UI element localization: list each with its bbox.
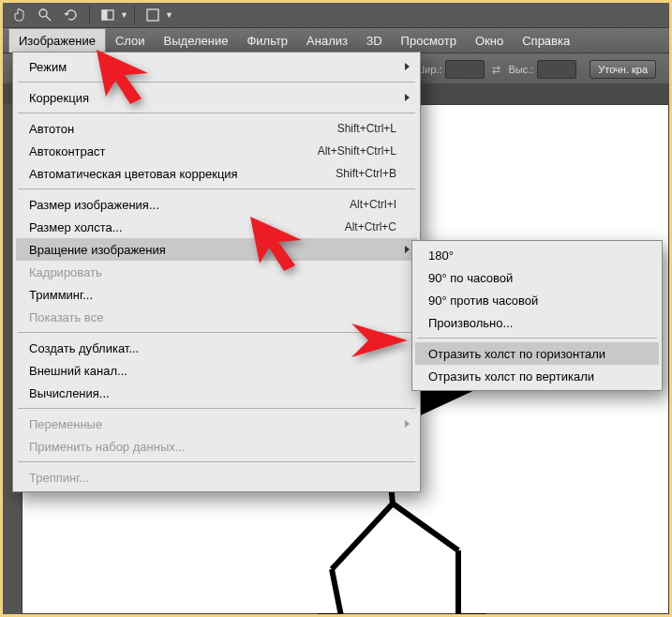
menu-select[interactable]: Выделение xyxy=(155,28,238,53)
svg-point-0 xyxy=(39,9,47,17)
rotate-icon[interactable] xyxy=(59,4,83,26)
svg-marker-17 xyxy=(351,324,408,357)
menu-separator xyxy=(18,113,415,113)
image-rotation-submenu: 180° 90° по часовой 90° против часовой П… xyxy=(411,240,663,391)
menu-image-rotation[interactable]: Вращение изображения xyxy=(16,238,417,261)
height-label: Выс.: xyxy=(508,64,533,75)
annotation-arrow-1 xyxy=(97,50,162,106)
svg-line-1 xyxy=(46,16,51,21)
height-field[interactable] xyxy=(537,60,576,79)
menu-variables: Переменные xyxy=(16,413,417,435)
menu-separator xyxy=(18,461,415,462)
svg-line-12 xyxy=(393,504,458,550)
zoom-icon[interactable] xyxy=(33,4,57,26)
submenu-flip-horizontal[interactable]: Отразить холст по горизонтали xyxy=(415,342,659,365)
svg-line-9 xyxy=(332,504,393,569)
swap-icon[interactable]: ⇄ xyxy=(488,64,504,76)
menu-filter[interactable]: Фильтр xyxy=(237,28,297,53)
submenu-arrow-icon xyxy=(405,94,410,101)
menu-view[interactable]: Просмотр xyxy=(392,28,466,53)
submenu-90-ccw[interactable]: 90° против часовой xyxy=(415,289,659,311)
submenu-90-cw[interactable]: 90° по часовой xyxy=(415,266,659,289)
submenu-arrow-icon xyxy=(405,246,410,253)
dropdown-arrow-icon: ▼ xyxy=(120,10,128,20)
submenu-arrow-icon xyxy=(405,63,410,70)
separator xyxy=(134,6,135,24)
menu-separator xyxy=(18,82,415,83)
menu-image-size[interactable]: Размер изображения...Alt+Ctrl+I xyxy=(16,193,417,216)
menu-separator xyxy=(417,338,657,339)
menu-separator xyxy=(18,408,415,409)
menu-analysis[interactable]: Анализ xyxy=(297,28,357,53)
dropdown-arrow-icon: ▼ xyxy=(165,10,173,20)
arrange-icon[interactable] xyxy=(141,4,165,26)
svg-rect-4 xyxy=(147,9,158,21)
tool-options-icon-bar: ▼ ▼ xyxy=(3,3,669,28)
menu-autocontrast[interactable]: АвтоконтрастAlt+Shift+Ctrl+L xyxy=(16,140,417,162)
menu-mode[interactable]: Режим xyxy=(16,55,417,78)
menu-adjustments[interactable]: Коррекция xyxy=(16,86,417,109)
submenu-arrow-icon xyxy=(405,420,410,428)
annotation-arrow-2 xyxy=(250,217,316,273)
svg-line-10 xyxy=(332,569,341,616)
svg-marker-15 xyxy=(97,50,148,104)
menu-calculations[interactable]: Вычисления... xyxy=(16,382,417,404)
hand-icon[interactable] xyxy=(7,4,31,26)
menu-window[interactable]: Окно xyxy=(466,28,513,53)
menu-image[interactable]: Изображение xyxy=(8,28,106,53)
menu-trap: Треппинг... xyxy=(16,466,417,489)
svg-rect-3 xyxy=(102,10,107,20)
menu-help[interactable]: Справка xyxy=(513,28,579,53)
width-field[interactable] xyxy=(445,60,485,79)
menu-separator xyxy=(18,188,415,189)
menu-crop: Кадрировать xyxy=(16,261,417,283)
menu-apply-data-set: Применить набор данных... xyxy=(16,435,417,458)
svg-marker-16 xyxy=(250,217,302,271)
annotation-arrow-3 xyxy=(351,314,417,367)
submenu-180[interactable]: 180° xyxy=(415,244,659,266)
submenu-arbitrary[interactable]: Произвольно... xyxy=(415,311,659,334)
menu-3d[interactable]: 3D xyxy=(357,28,392,53)
menu-autotone[interactable]: АвтотонShift+Ctrl+L xyxy=(16,117,417,140)
image-menu-dropdown: Режим Коррекция АвтотонShift+Ctrl+L Авто… xyxy=(12,52,421,492)
separator xyxy=(89,6,90,24)
submenu-flip-vertical[interactable]: Отразить холст по вертикали xyxy=(415,365,659,387)
menu-autocolor[interactable]: Автоматическая цветовая коррекцияShift+C… xyxy=(16,162,417,185)
menu-trim[interactable]: Тримминг... xyxy=(16,283,417,306)
menu-canvas-size[interactable]: Размер холста...Alt+Ctrl+C xyxy=(16,216,417,238)
refine-edge-button[interactable]: Уточн. кра xyxy=(590,60,656,79)
screen-mode-icon[interactable] xyxy=(96,4,120,26)
